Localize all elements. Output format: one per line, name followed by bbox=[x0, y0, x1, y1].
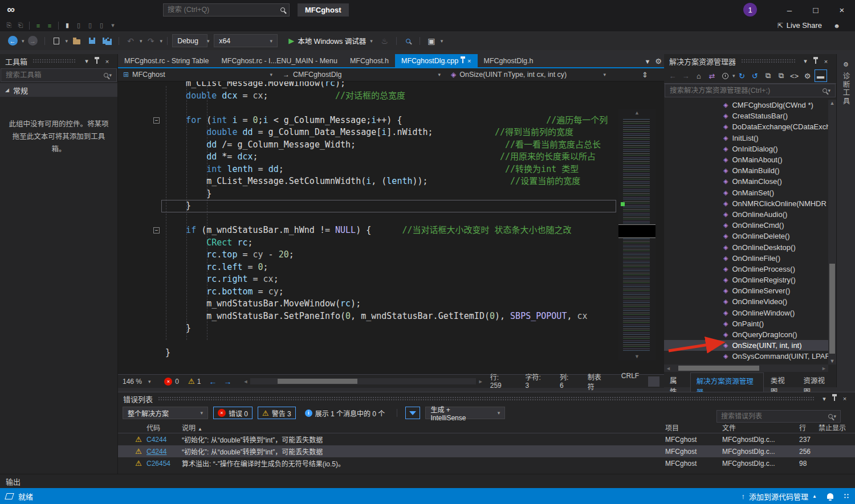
tree-item[interactable]: ◈ OnOnlineFile() bbox=[664, 253, 828, 264]
view-code-icon[interactable]: <> bbox=[788, 69, 801, 82]
tree-item[interactable]: ◈ OnMainAbout() bbox=[664, 154, 828, 165]
warnings-filter-button[interactable]: ⚠ 警告 3 bbox=[258, 407, 296, 419]
undo-icon[interactable]: ↶ bbox=[124, 34, 137, 48]
minimize-button[interactable]: – bbox=[776, 0, 803, 19]
scroll-up-icon[interactable]: ▲ bbox=[828, 100, 836, 106]
pin-icon[interactable] bbox=[829, 394, 840, 403]
new-file-icon[interactable] bbox=[50, 34, 63, 48]
editor-tab[interactable]: MFCghost.rc - I...ENU_MAIN - Menu × bbox=[215, 54, 344, 67]
tree-item[interactable]: ◈ InitList() bbox=[664, 133, 828, 144]
code-line[interactable]: rc.bottom = cy; bbox=[118, 286, 664, 298]
messages-filter-button[interactable]: i 展示 1 个消息中的 0 个 bbox=[301, 407, 389, 419]
menu-item[interactable] bbox=[83, 9, 93, 11]
pin-icon[interactable] bbox=[811, 57, 821, 66]
search-dropdown-icon[interactable]: ▾ bbox=[833, 413, 836, 419]
tree-item[interactable]: ◈ OnInitDialog() bbox=[664, 144, 828, 154]
collapse-all-icon[interactable]: ⧉ bbox=[775, 69, 788, 82]
new-file-dropdown-icon[interactable]: ▾ bbox=[66, 38, 68, 44]
outdent-icon[interactable]: ≡ bbox=[44, 21, 55, 30]
undo-dropdown-icon[interactable]: ▾ bbox=[140, 38, 142, 44]
header-file[interactable]: 文件 bbox=[720, 423, 797, 432]
tree-item[interactable]: ◈ OnOnlineServer() bbox=[664, 285, 828, 296]
error-list-search-box[interactable]: ▾ bbox=[716, 410, 841, 423]
menu-item[interactable] bbox=[104, 9, 114, 11]
tree-item[interactable]: ◈ CreatStatusBar() bbox=[664, 110, 828, 121]
user-avatar[interactable]: 1 bbox=[743, 3, 757, 17]
back-icon[interactable]: ← bbox=[666, 69, 679, 82]
forward-icon[interactable]: → bbox=[679, 69, 692, 82]
scroll-down-icon[interactable]: ▼ bbox=[828, 358, 836, 364]
project-dropdown[interactable]: ⊞ MFCghost ▾ bbox=[118, 71, 278, 79]
save-icon[interactable] bbox=[85, 34, 99, 48]
copy-icon[interactable]: ⎘ bbox=[3, 21, 15, 30]
menu-item[interactable] bbox=[52, 9, 63, 11]
code-line[interactable]: m_wndStatusBar.SetPaneInfo(0, m_wndStatu… bbox=[118, 310, 664, 323]
quick-search-box[interactable] bbox=[163, 3, 290, 17]
horizontal-scrollbar[interactable] bbox=[250, 378, 476, 384]
solution-search-box[interactable]: ▾ bbox=[665, 84, 836, 97]
platform-dropdown[interactable]: x64▾ bbox=[214, 34, 278, 47]
toolbox-search-input[interactable] bbox=[6, 71, 104, 79]
minimap-viewport[interactable] bbox=[618, 224, 656, 238]
chevron-down-icon[interactable]: ▾ bbox=[82, 57, 92, 66]
tree-item[interactable]: ◈ OnOnlineDesktop() bbox=[664, 241, 828, 252]
output-tab[interactable]: 输出 bbox=[6, 476, 21, 487]
solution-search-input[interactable] bbox=[670, 87, 823, 95]
tree-item[interactable]: ◈ DoDataExchange(CDataExch bbox=[664, 121, 828, 132]
error-count-button[interactable]: × 0 bbox=[164, 378, 179, 386]
toolbar-options-icon[interactable]: ▾ bbox=[441, 38, 443, 44]
code-line[interactable]: rc.left = 0; bbox=[118, 261, 664, 274]
menu-item[interactable] bbox=[73, 9, 83, 11]
error-row[interactable]: ⚠ C4244 “初始化”: 从“double”转换到“int”，可能丢失数据 … bbox=[118, 445, 855, 457]
chevron-down-icon[interactable]: ▾ bbox=[819, 394, 829, 403]
redo-icon[interactable]: ↷ bbox=[144, 34, 158, 48]
tree-horizontal-scrollbar[interactable]: ◄ ► bbox=[664, 364, 828, 372]
hscroll-left-icon[interactable]: ◄ bbox=[243, 379, 248, 384]
menu-item[interactable] bbox=[135, 9, 145, 11]
code-line[interactable]: double dcx = cx; //对话框的总宽度 bbox=[118, 90, 664, 103]
tree-item[interactable]: ◈ CMFCghostDlg(CWnd *) bbox=[664, 100, 828, 110]
tree-item[interactable]: ◈ OnSize(UINT, int, int) bbox=[664, 340, 828, 351]
tree-item[interactable]: ◈ OnOnlineProcess() bbox=[664, 264, 828, 274]
header-description[interactable]: 说明▲ bbox=[180, 423, 663, 432]
code-line[interactable]: } bbox=[118, 200, 664, 212]
feedback-icon[interactable]: ☻ bbox=[831, 21, 842, 30]
sync-with-active-document-icon[interactable]: ↺ bbox=[749, 69, 762, 82]
error-row[interactable]: ⚠ C26454 算术溢出: “-”操作在编译时生成负的无符号结果(io.5)。… bbox=[118, 457, 855, 469]
header-code[interactable]: 代码 bbox=[144, 423, 180, 432]
save-all-icon[interactable] bbox=[100, 34, 114, 48]
scroll-up-icon[interactable]: ▲ bbox=[618, 110, 656, 116]
search-dropdown-icon[interactable]: ▾ bbox=[109, 72, 112, 78]
code-line[interactable] bbox=[118, 335, 664, 347]
quick-search-input[interactable] bbox=[168, 6, 280, 14]
code-line[interactable]: } bbox=[118, 322, 664, 335]
error-list-search-input[interactable] bbox=[721, 412, 828, 420]
code-line[interactable]: m_wndStatusBar.MoveWindow(rc); bbox=[118, 298, 664, 310]
error-row[interactable]: ⚠ C4244 “初始化”: 从“double”转换到“int”，可能丢失数据 … bbox=[118, 433, 855, 445]
menu-item[interactable] bbox=[124, 9, 135, 11]
code-line[interactable]: rc.top = cy - 20; bbox=[118, 249, 664, 261]
split-editor-handle[interactable]: ⇕ bbox=[642, 71, 648, 79]
header-line[interactable]: 行 bbox=[797, 423, 816, 432]
close-button[interactable]: × bbox=[829, 0, 855, 19]
fold-collapse-icon[interactable]: − bbox=[153, 117, 160, 124]
minimap-scrollbar[interactable]: ▲ ▼ bbox=[618, 109, 656, 360]
menu-item[interactable] bbox=[145, 9, 155, 11]
close-icon[interactable]: × bbox=[821, 57, 831, 66]
toolbox-search-box[interactable]: ▾ bbox=[1, 68, 117, 82]
source-filter-dropdown[interactable]: 生成 + IntelliSense▾ bbox=[425, 407, 505, 419]
next-bookmark-icon[interactable]: ▯ bbox=[84, 21, 96, 30]
fold-collapse-icon[interactable]: − bbox=[153, 227, 160, 233]
tree-item[interactable]: ◈ OnSysCommand(UINT, LPAR bbox=[664, 351, 828, 362]
switch-views-icon[interactable]: ⇄ bbox=[706, 69, 718, 82]
nest-files-icon[interactable]: ⧉ bbox=[762, 69, 775, 82]
pin-icon[interactable] bbox=[92, 57, 102, 66]
code-line[interactable]: − if (m_wndStatusBar.m_hWnd != NULL) { /… bbox=[118, 224, 664, 237]
method-dropdown[interactable]: ◈ OnSize(UINT nType, int cx, int cy) ▾ bbox=[446, 71, 611, 79]
code-line[interactable]: int lenth = dd; //转换为int 类型 bbox=[118, 163, 664, 176]
bookmark-icon[interactable]: ▮ bbox=[62, 21, 73, 30]
close-icon[interactable]: × bbox=[102, 57, 112, 66]
hscroll-right-icon[interactable]: ► bbox=[478, 379, 483, 384]
paste-icon[interactable]: ⎗ bbox=[15, 21, 26, 30]
hscroll-left-icon[interactable]: ◄ bbox=[666, 366, 671, 371]
